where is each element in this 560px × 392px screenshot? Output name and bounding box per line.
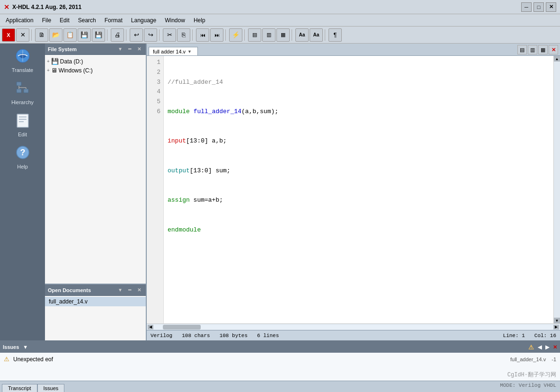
tab-dropdown-icon[interactable]: ▼: [187, 49, 192, 54]
bottom-tab-transcript[interactable]: Transcript: [2, 384, 37, 392]
minimize-button[interactable]: ─: [521, 2, 532, 12]
new-file-btn[interactable]: 🗎: [35, 28, 48, 42]
cut-btn[interactable]: ✂: [163, 28, 176, 42]
open-docs-dropdown-btn[interactable]: ▼: [116, 286, 124, 294]
grid-view-btn[interactable]: ▤: [248, 28, 261, 42]
toolbar-sep-5: [192, 29, 194, 41]
hierarchy-icon: [15, 80, 30, 98]
menubar-item-application[interactable]: Application: [2, 16, 37, 25]
menubar-item-file[interactable]: File: [38, 16, 55, 25]
maximize-button[interactable]: □: [533, 2, 544, 12]
menubar-item-help[interactable]: Help: [190, 16, 209, 25]
toolbar-sep-6: [225, 29, 227, 41]
build-btn[interactable]: ⚡: [229, 28, 242, 42]
editor-tab-full-adder[interactable]: full adder 14.v ▼: [149, 47, 198, 55]
editor-layout-btn1[interactable]: ▤: [517, 45, 527, 54]
open-docs-minimize-btn[interactable]: ━: [126, 286, 133, 294]
sidebar-item-help[interactable]: ? Help: [2, 142, 43, 172]
editor-area: full adder 14.v ▼ ▤ ▥ ▦ ✕ 1 2 3 4: [147, 44, 560, 340]
format-btn[interactable]: ¶: [329, 28, 342, 42]
scroll-left-btn[interactable]: ◀: [148, 325, 153, 330]
save-all-btn[interactable]: 💾: [92, 28, 105, 42]
file-system-minimize-btn[interactable]: ━: [126, 45, 133, 53]
svg-rect-8: [17, 114, 28, 127]
file-system-header: File System ▼ ━ ✕: [45, 44, 146, 55]
bottom-tab-issues[interactable]: Issues: [37, 384, 65, 392]
help-icon: ?: [15, 145, 30, 163]
issues-title: Issues: [3, 344, 19, 350]
tree-label-data: Data (D:): [60, 58, 83, 65]
statusbar-chars: 108 chars: [182, 333, 210, 339]
save-btn[interactable]: 💾: [78, 28, 91, 42]
scroll-right-btn[interactable]: ▶: [553, 325, 559, 330]
editor-layout-btn2[interactable]: ▥: [528, 45, 537, 54]
editor-close-btn[interactable]: ✕: [549, 45, 558, 54]
open-docs-close-btn[interactable]: ✕: [135, 286, 143, 294]
issues-warning-icon: ⚠: [528, 344, 534, 351]
window-controls: ─ □ ✕: [521, 2, 556, 12]
app-title: X-HDL 4.2.1 Aug. 26, 2011: [12, 4, 521, 10]
undo-btn[interactable]: ↩: [130, 28, 143, 42]
issues-close-btn[interactable]: ✕: [553, 344, 557, 350]
statusbar-language: Verilog: [151, 333, 172, 339]
replace-btn[interactable]: ⏭: [210, 28, 223, 42]
issues-header: Issues ▼ ⚠ ◀ ▶ ✕: [0, 341, 560, 353]
notepad-btn[interactable]: 📋: [63, 28, 77, 42]
issue-row-0[interactable]: ⚠ Unexpected eof full_adder_14.v -1: [4, 355, 556, 364]
line-numbers: 1 2 3 4 5 6: [147, 56, 164, 323]
statusbar-bytes: 108 bytes: [220, 333, 248, 339]
tree-item-data-d[interactable]: + 💾 Data (D:): [45, 57, 146, 66]
menubar-item-format[interactable]: Format: [101, 16, 126, 25]
print-btn[interactable]: 🖨: [111, 28, 124, 42]
tree-item-windows-c[interactable]: + 🖥 Windows (C:): [45, 66, 146, 75]
copy-btn[interactable]: ⎘: [177, 28, 190, 42]
issues-back-btn[interactable]: ◀: [538, 344, 542, 350]
svg-rect-3: [24, 89, 28, 93]
horizontal-scrollbar-thumb[interactable]: [163, 325, 201, 330]
scroll-up-btn[interactable]: ▲: [554, 56, 560, 62]
horizontal-scrollbar[interactable]: ◀ ▶: [147, 323, 560, 330]
left-panel: File System ▼ ━ ✕ + 💾 Data (D:) + 🖥 Wind…: [45, 44, 147, 340]
titlebar: ✕ X-HDL 4.2.1 Aug. 26, 2011 ─ □ ✕: [0, 0, 560, 14]
doc-item-full-adder[interactable]: full_adder_14.v: [45, 297, 146, 306]
file-system-dropdown-btn[interactable]: ▼: [116, 45, 124, 53]
editor-tabbar: full adder 14.v ▼ ▤ ▥ ▦ ✕: [147, 44, 560, 56]
open-file-btn[interactable]: 📂: [49, 28, 62, 42]
file-system-close-btn[interactable]: ✕: [135, 45, 143, 53]
editor-layout-btn3[interactable]: ▦: [538, 45, 548, 54]
vertical-scrollbar[interactable]: ▲ ▼: [553, 56, 560, 323]
issues-dropdown-btn[interactable]: ▼: [23, 344, 28, 350]
close-toolbar-btn[interactable]: ✕: [16, 28, 29, 42]
expand-icon-windows[interactable]: +: [47, 68, 50, 73]
menubar-item-language[interactable]: Language: [127, 16, 160, 25]
menubar: ApplicationFileEditSearchFormatLanguageW…: [0, 14, 560, 27]
svg-rect-1: [17, 82, 21, 86]
grid-view2-btn[interactable]: ▥: [262, 28, 276, 42]
issue-warning-icon: ⚠: [4, 356, 9, 363]
translate-icon: [15, 48, 30, 66]
toolbar-sep-3: [126, 29, 128, 41]
sidebar-item-hierarchy[interactable]: Hierarchy: [2, 78, 43, 108]
case-btn[interactable]: Aa: [295, 28, 309, 42]
find-btn[interactable]: ⏮: [196, 28, 209, 42]
menubar-item-search[interactable]: Search: [74, 16, 100, 25]
app-icon-toolbar-btn[interactable]: X: [2, 28, 15, 42]
grid-view3-btn[interactable]: ▦: [276, 28, 290, 42]
close-button[interactable]: ✕: [546, 2, 556, 12]
menubar-item-window[interactable]: Window: [161, 16, 189, 25]
redo-btn[interactable]: ↪: [144, 28, 157, 42]
issues-body: ⚠ Unexpected eof full_adder_14.v -1: [0, 353, 560, 381]
sidebar-item-edit[interactable]: Edit: [2, 110, 43, 140]
sidebar-item-translate[interactable]: Translate: [2, 45, 43, 76]
menubar-item-edit[interactable]: Edit: [56, 16, 73, 25]
drive-icon-windows: 🖥: [51, 67, 57, 74]
scroll-down-btn[interactable]: ▼: [554, 318, 560, 323]
expand-icon-data[interactable]: +: [47, 59, 50, 64]
toolbar-sep-4: [159, 29, 161, 41]
file-tree: + 💾 Data (D:) + 🖥 Windows (C:): [45, 55, 146, 284]
toolbar-sep-7: [244, 29, 246, 41]
code-editor[interactable]: //full_adder_14 module full_adder_14(a,b…: [164, 56, 553, 323]
case2-btn[interactable]: Aa: [310, 28, 323, 42]
issues-forward-btn[interactable]: ▶: [545, 344, 549, 350]
issues-panel: Issues ▼ ⚠ ◀ ▶ ✕ ⚠ Unexpected eof full_a…: [0, 340, 560, 381]
